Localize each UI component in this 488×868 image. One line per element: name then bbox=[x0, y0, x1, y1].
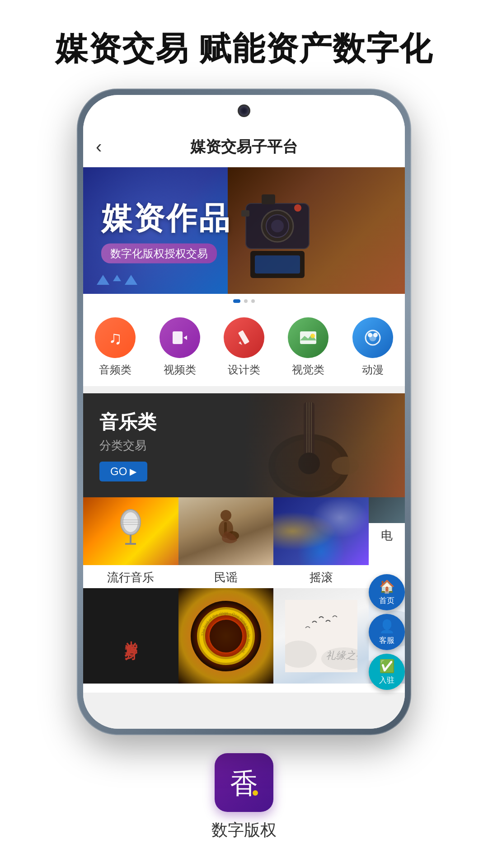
svg-point-6 bbox=[294, 204, 301, 212]
svg-point-3 bbox=[271, 220, 284, 232]
app-header: ‹ 媒资交易子平台 bbox=[83, 127, 405, 167]
music-section[interactable]: 音乐类 分类交易 GO ▶ bbox=[83, 393, 405, 497]
app-logo: 香 bbox=[215, 753, 273, 812]
one-ring-icon: The lord of the rings - One Ring to rule… bbox=[190, 600, 262, 672]
banner-text-area: 媒资作品 数字化版权授权交易 bbox=[101, 198, 231, 264]
phone-mockup: ‹ 媒资交易子平台 bbox=[77, 89, 411, 735]
album1-text: 光辉岁月 bbox=[123, 631, 139, 642]
folk-guitar-icon bbox=[199, 509, 253, 554]
category-row: ♫ 音频类 视频类 bbox=[83, 307, 405, 386]
banner-dot-active[interactable] bbox=[233, 299, 240, 303]
svg-rect-9 bbox=[173, 331, 183, 344]
album1-bg: 光辉岁月 bbox=[83, 588, 178, 684]
album2-bg: The lord of the rings - One Ring to rule… bbox=[178, 588, 274, 684]
banner-sub-text: 数字化版权授权交易 bbox=[101, 244, 217, 264]
banner-triangles bbox=[97, 275, 137, 285]
svg-point-18 bbox=[368, 333, 372, 337]
svg-rect-4 bbox=[262, 194, 275, 204]
float-home-button[interactable]: 🏠 首页 bbox=[369, 574, 405, 610]
category-design[interactable]: 设计类 bbox=[224, 317, 264, 377]
visual-image-icon bbox=[298, 328, 318, 348]
svg-marker-10 bbox=[183, 335, 187, 340]
visual-label: 视觉类 bbox=[292, 363, 324, 377]
triangle-3 bbox=[125, 275, 137, 285]
subcat-popular[interactable]: 流行音乐 bbox=[83, 497, 178, 588]
album-lotr[interactable]: The lord of the rings - One Ring to rule… bbox=[178, 588, 274, 684]
design-pencil-icon bbox=[234, 328, 254, 348]
float-service-button[interactable]: 👤 客服 bbox=[369, 614, 405, 650]
go-button[interactable]: GO ▶ bbox=[99, 462, 147, 481]
svg-text:礼缘之行: 礼缘之行 bbox=[326, 650, 357, 661]
banner[interactable]: 媒资作品 数字化版权授权交易 bbox=[83, 167, 405, 294]
video-label: 视频类 bbox=[164, 363, 196, 377]
microphone-icon bbox=[113, 509, 149, 554]
album-row: 光辉岁月 bbox=[83, 588, 405, 684]
page-headline: 媒资交易 赋能资产数字化 bbox=[55, 27, 433, 71]
back-button[interactable]: ‹ bbox=[96, 137, 102, 157]
stage-lights bbox=[273, 497, 369, 565]
video-play-icon bbox=[171, 329, 189, 347]
phone-screen: ‹ 媒资交易子平台 bbox=[83, 95, 405, 729]
svg-point-35 bbox=[221, 510, 231, 521]
banner-main-text: 媒资作品 bbox=[101, 198, 231, 239]
visual-icon bbox=[288, 317, 328, 358]
banner-dot-3[interactable] bbox=[251, 299, 255, 303]
app-screen[interactable]: ‹ 媒资交易子平台 bbox=[83, 127, 405, 729]
ink-birds-icon: 礼缘之行 bbox=[285, 600, 357, 672]
design-icon bbox=[224, 317, 264, 358]
anime-icon bbox=[352, 317, 393, 358]
music-info: 音乐类 分类交易 GO ▶ bbox=[83, 410, 173, 481]
folk-bg bbox=[178, 497, 274, 565]
rock-thumb bbox=[273, 497, 369, 565]
register-icon: ✅ bbox=[379, 659, 395, 674]
banner-camera-image bbox=[228, 167, 405, 294]
float-register-button[interactable]: ✅ 入驻 bbox=[369, 654, 405, 690]
subcat-folk[interactable]: 民谣 bbox=[178, 497, 274, 588]
folk-label: 民谣 bbox=[214, 565, 238, 588]
phone-camera-area bbox=[83, 95, 405, 127]
music-grid: 流行音乐 bbox=[83, 497, 405, 693]
popular-label: 流行音乐 bbox=[107, 565, 154, 588]
video-icon bbox=[160, 317, 200, 358]
bottom-logo-area: 香 数字版权 bbox=[211, 753, 277, 841]
album-liyuan[interactable]: 礼缘之行 bbox=[273, 588, 369, 684]
camera-icon bbox=[228, 167, 327, 294]
logo-svg: 香 bbox=[224, 762, 264, 803]
home-label: 首页 bbox=[379, 595, 394, 606]
triangle-1 bbox=[97, 275, 109, 285]
header-title: 媒资交易子平台 bbox=[190, 137, 298, 157]
svg-point-19 bbox=[373, 333, 378, 337]
category-visual[interactable]: 视觉类 bbox=[288, 317, 328, 377]
design-label: 设计类 bbox=[228, 363, 260, 377]
banner-dot-2[interactable] bbox=[244, 299, 248, 303]
elec-label: 电 bbox=[381, 523, 393, 546]
app-name-label: 数字版权 bbox=[211, 819, 277, 841]
music-section-subtitle: 分类交易 bbox=[99, 438, 156, 453]
banner-pagination bbox=[83, 294, 405, 307]
register-label: 入驻 bbox=[379, 675, 394, 685]
go-arrow-icon: ▶ bbox=[130, 466, 136, 477]
floating-nav: 🏠 首页 👤 客服 ✅ 入驻 bbox=[369, 574, 405, 690]
rock-bg bbox=[273, 497, 369, 565]
music-section-title: 音乐类 bbox=[99, 410, 156, 435]
svg-rect-5 bbox=[241, 210, 249, 217]
popular-thumb bbox=[83, 497, 178, 565]
ring-container: The lord of the rings - One Ring to rule… bbox=[178, 588, 274, 684]
music-subcategory-row: 流行音乐 bbox=[83, 497, 405, 588]
svg-rect-8 bbox=[255, 255, 300, 274]
home-icon: 🏠 bbox=[379, 579, 395, 594]
category-anime[interactable]: 动漫 bbox=[352, 317, 393, 377]
anime-label: 动漫 bbox=[362, 363, 384, 377]
audio-icon: ♫ bbox=[95, 317, 136, 358]
album-guanghui[interactable]: 光辉岁月 bbox=[83, 588, 178, 684]
category-video[interactable]: 视频类 bbox=[160, 317, 200, 377]
service-icon: 👤 bbox=[379, 619, 395, 634]
category-audio[interactable]: ♫ 音频类 bbox=[95, 317, 136, 377]
svg-point-15 bbox=[310, 334, 315, 338]
subcat-rock[interactable]: 摇滚 bbox=[273, 497, 369, 588]
album3-bg: 礼缘之行 bbox=[273, 588, 369, 684]
svg-point-52 bbox=[253, 790, 258, 796]
svg-marker-12 bbox=[239, 341, 242, 345]
folk-thumb bbox=[178, 497, 274, 565]
camera-dot bbox=[238, 104, 250, 117]
